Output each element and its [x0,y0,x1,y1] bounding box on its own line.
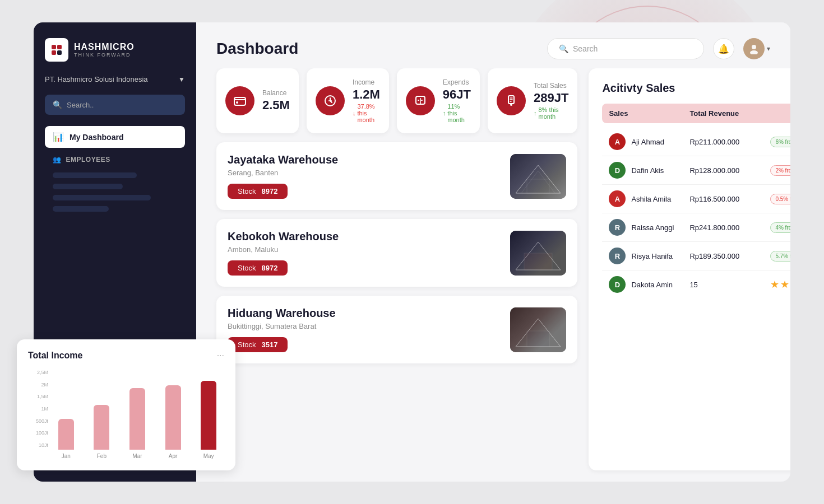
search-bar-icon: 🔍 [559,44,568,53]
stat-label-income: Income [353,78,380,86]
stat-info-balance: Balance 2.5M [262,89,290,113]
warehouse-name-2: Hiduang Warehouse [228,307,336,320]
balance-icon [225,86,254,115]
bar-group-1: Feb [86,381,118,459]
activity-row-2: A Ashila Amila Rp116.500.000 0.5% from l… [602,185,790,213]
col-change-header [770,109,790,118]
income-change-text: 37.8% this month [357,103,379,123]
svg-line-15 [538,171,555,193]
sales-person-4: R Risya Hanifa [609,248,689,264]
logo-text: HASHMICRO THINK FORWARD [74,42,135,58]
sales-avatar-3: R [609,219,626,236]
logo-icon [45,38,68,62]
company-selector[interactable]: PT. Hashmicro Solusi Indonesia ▼ [45,73,185,86]
bar-2 [129,388,145,450]
nav-item-placeholder-2[interactable] [53,184,123,189]
chart-card: Total Income ··· 2,5M 2M 1,5M 1M 500Jt 1… [17,339,235,470]
warehouse-location-0: Serang, Banten [228,169,338,177]
employees-icon: 👥 [53,156,62,164]
chart-title: Total Income [28,351,83,361]
warehouse-name-0: Jayataka Warehouse [228,153,338,166]
company-dropdown-icon: ▼ [178,76,185,83]
stock-label-1: Stock [238,264,256,272]
warehouse-img-1 [510,231,566,276]
stock-label-0: Stock [238,187,256,195]
stat-card-balance: Balance 2.5M [216,68,299,133]
sales-revenue-2: Rp116.500.000 [689,195,770,203]
nav-item-placeholder-3[interactable] [53,195,151,200]
svg-rect-1 [57,45,62,49]
y-label-4: 500Jt [36,418,48,424]
warehouse-info-2: Hiduang Warehouse Bukittinggi, Sumatera … [228,307,336,352]
activity-row-4: R Risya Hanifa Rp189.350.000 5.7% from l… [602,242,790,270]
nav-item-placeholder-1[interactable] [53,172,137,178]
expends-icon [406,86,435,115]
sidebar-nav [45,172,185,212]
left-panel: Balance 2.5M Inc [216,68,577,470]
stat-value-balance: 2.5M [262,98,290,113]
stat-info-income: Income 1.2M ↓ 37.8% this month [353,78,380,123]
svg-rect-0 [52,45,56,49]
avatar[interactable] [743,38,765,59]
sales-avatar-0: A [609,133,626,150]
warehouse-info-1: Kebokoh Warehouse Ambon, Maluku Stock 89… [228,230,339,276]
sales-name-3: Raissa Anggi [631,223,674,232]
svg-point-4 [752,45,756,49]
stat-change-expends: ↑ 11% this month [443,103,471,123]
stat-value-income: 1.2M [353,87,380,102]
sales-name-2: Ashila Amila [631,195,671,203]
activity-row-3: R Raissa Anggi Rp241.800.000 4% from las… [602,213,790,242]
stat-value-expends: 96JT [443,87,471,102]
income-icon [316,86,345,115]
activity-table-header: Sales Total Revenue [602,104,790,123]
bar-group-4: May [193,381,224,459]
warehouse-card-1: Kebokoh Warehouse Ambon, Maluku Stock 89… [216,219,577,287]
activity-row-1: D Dafin Akis Rp128.000.000 2% from last … [602,156,790,185]
logo-tagline: THINK FORWARD [74,52,135,58]
svg-rect-2 [52,50,56,55]
search-input[interactable] [573,44,692,53]
bar-1 [94,405,109,450]
sales-person-0: A Aji Ahmad [609,133,689,150]
bar-3 [165,385,181,450]
dashboard-icon: 📊 [53,132,64,142]
income-change-arrow: ↓ [353,110,356,116]
nav-item-placeholder-4[interactable] [53,206,109,212]
bar-0 [58,419,74,450]
bar-label-0: Jan [62,453,71,459]
stat-card-sales: Total Sales 289JT ↑ 8% this month [488,68,577,133]
svg-line-14 [521,171,538,193]
stat-info-expends: Expends 96JT ↑ 11% this month [443,78,471,123]
sidebar-section-employees: 👥 EMPLOYEES [45,150,185,167]
header-right: 🔍 🔔 ▾ [547,38,770,59]
y-label-3: 1M [41,406,48,412]
sidebar-search-icon: 🔍 [53,100,62,109]
bar-label-3: Apr [169,453,178,459]
search-bar[interactable]: 🔍 [547,38,704,59]
warehouse-info-0: Jayataka Warehouse Serang, Banten Stock … [228,153,338,199]
sales-person-2: A Ashila Amila [609,190,689,207]
activity-title: Acitivty Sales [602,82,790,95]
sales-name-1: Dafin Akis [631,166,664,175]
sales-avatar-1: D [609,162,626,179]
company-name: PT. Hashmicro Solusi Indonesia [45,75,148,83]
sidebar-search-box[interactable]: 🔍 [45,95,185,115]
activity-card: Acitivty Sales Sales Total Revenue A Aji… [589,68,790,470]
activity-row-0: A Aji Ahmad Rp211.000.000 6% from last m… [602,128,790,156]
sales-change-4: 5.7% from last month [770,251,790,262]
stat-label-balance: Balance [262,89,290,97]
sidebar-item-dashboard[interactable]: 📊 My Dashboard [45,126,185,148]
svg-rect-20 [524,253,552,270]
bar-group-0: Jan [50,381,82,459]
stat-label-sales: Total Sales [534,82,568,90]
dashboard-body: Balance 2.5M Inc [196,68,790,482]
chart-menu-icon[interactable]: ··· [217,351,224,361]
avatar-chevron-icon: ▾ [767,45,770,53]
sidebar-search-input[interactable] [67,101,177,109]
sales-avatar-5: D [609,276,626,293]
sales-change-0: 6% from last month [770,137,790,147]
user-avatar-wrapper[interactable]: ▾ [743,38,770,59]
totalsales-icon [497,86,526,115]
col-sales-header: Sales [609,109,689,118]
notification-bell[interactable]: 🔔 [713,38,734,59]
